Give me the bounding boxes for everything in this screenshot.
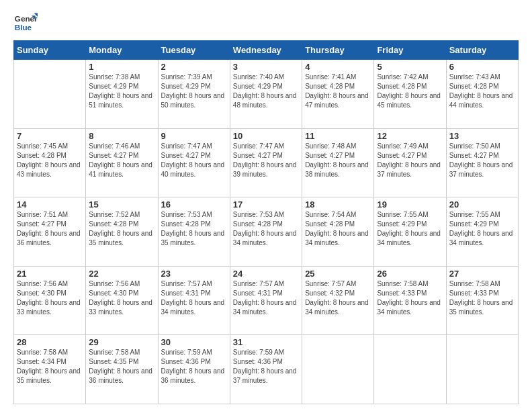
day-cell: 5Sunrise: 7:42 AMSunset: 4:28 PMDaylight…	[374, 60, 446, 129]
day-number: 11	[305, 131, 371, 141]
day-cell: 2Sunrise: 7:39 AMSunset: 4:29 PMDaylight…	[158, 60, 230, 129]
day-cell: 15Sunrise: 7:52 AMSunset: 4:28 PMDayligh…	[86, 197, 158, 267]
week-row: 21Sunrise: 7:56 AMSunset: 4:30 PMDayligh…	[14, 266, 519, 335]
day-cell: 23Sunrise: 7:57 AMSunset: 4:31 PMDayligh…	[158, 266, 230, 335]
week-row: 7Sunrise: 7:45 AMSunset: 4:28 PMDaylight…	[14, 128, 519, 197]
day-info: Sunrise: 7:51 AMSunset: 4:27 PMDaylight:…	[17, 210, 83, 248]
day-cell: 16Sunrise: 7:53 AMSunset: 4:28 PMDayligh…	[158, 197, 230, 267]
day-number: 13	[449, 131, 515, 141]
day-cell: 19Sunrise: 7:55 AMSunset: 4:29 PMDayligh…	[374, 197, 446, 267]
day-number: 31	[233, 337, 299, 347]
day-cell: 6Sunrise: 7:43 AMSunset: 4:28 PMDaylight…	[446, 60, 518, 129]
day-cell	[446, 335, 518, 404]
day-number: 24	[233, 269, 299, 279]
day-info: Sunrise: 7:57 AMSunset: 4:31 PMDaylight:…	[161, 279, 227, 317]
day-number: 6	[449, 62, 515, 72]
svg-text:General: General	[15, 14, 38, 23]
day-number: 18	[305, 199, 371, 210]
day-cell: 11Sunrise: 7:48 AMSunset: 4:27 PMDayligh…	[302, 128, 374, 197]
day-cell: 14Sunrise: 7:51 AMSunset: 4:27 PMDayligh…	[14, 197, 86, 267]
week-row: 28Sunrise: 7:58 AMSunset: 4:34 PMDayligh…	[14, 335, 519, 404]
day-cell: 30Sunrise: 7:59 AMSunset: 4:36 PMDayligh…	[158, 335, 230, 404]
day-info: Sunrise: 7:53 AMSunset: 4:28 PMDaylight:…	[233, 210, 299, 248]
weekday-header-row: SundayMondayTuesdayWednesdayThursdayFrid…	[14, 41, 519, 60]
day-number: 10	[233, 131, 299, 141]
day-info: Sunrise: 7:55 AMSunset: 4:29 PMDaylight:…	[449, 210, 515, 248]
day-number: 5	[377, 62, 443, 72]
weekday-header: Tuesday	[158, 41, 230, 60]
day-cell: 7Sunrise: 7:45 AMSunset: 4:28 PMDaylight…	[14, 128, 86, 197]
day-cell: 31Sunrise: 7:59 AMSunset: 4:36 PMDayligh…	[230, 335, 302, 404]
day-number: 3	[233, 62, 299, 72]
weekday-header: Saturday	[446, 41, 518, 60]
weekday-header: Friday	[374, 41, 446, 60]
day-cell: 21Sunrise: 7:56 AMSunset: 4:30 PMDayligh…	[14, 266, 86, 335]
day-number: 27	[449, 269, 515, 279]
day-number: 20	[449, 199, 515, 210]
day-number: 30	[161, 337, 227, 347]
weekday-header: Monday	[86, 41, 158, 60]
weekday-header: Sunday	[14, 41, 86, 60]
day-cell: 12Sunrise: 7:49 AMSunset: 4:27 PMDayligh…	[374, 128, 446, 197]
day-number: 4	[305, 62, 371, 72]
day-cell: 1Sunrise: 7:38 AMSunset: 4:29 PMDaylight…	[86, 60, 158, 129]
day-cell: 27Sunrise: 7:58 AMSunset: 4:33 PMDayligh…	[446, 266, 518, 335]
day-cell	[302, 335, 374, 404]
week-row: 1Sunrise: 7:38 AMSunset: 4:29 PMDaylight…	[14, 60, 519, 129]
day-cell: 17Sunrise: 7:53 AMSunset: 4:28 PMDayligh…	[230, 197, 302, 267]
day-number: 29	[89, 337, 154, 347]
day-info: Sunrise: 7:40 AMSunset: 4:29 PMDaylight:…	[233, 73, 299, 110]
day-cell: 3Sunrise: 7:40 AMSunset: 4:29 PMDaylight…	[230, 60, 302, 129]
day-info: Sunrise: 7:43 AMSunset: 4:28 PMDaylight:…	[449, 73, 515, 110]
day-info: Sunrise: 7:57 AMSunset: 4:32 PMDaylight:…	[305, 279, 371, 317]
day-number: 1	[89, 62, 154, 72]
day-cell: 24Sunrise: 7:57 AMSunset: 4:31 PMDayligh…	[230, 266, 302, 335]
day-info: Sunrise: 7:39 AMSunset: 4:29 PMDaylight:…	[161, 73, 227, 110]
day-info: Sunrise: 7:53 AMSunset: 4:28 PMDaylight:…	[161, 210, 227, 248]
day-cell: 13Sunrise: 7:50 AMSunset: 4:27 PMDayligh…	[446, 128, 518, 197]
day-info: Sunrise: 7:58 AMSunset: 4:35 PMDaylight:…	[89, 348, 154, 385]
day-info: Sunrise: 7:58 AMSunset: 4:34 PMDaylight:…	[17, 348, 83, 385]
day-info: Sunrise: 7:54 AMSunset: 4:28 PMDaylight:…	[305, 210, 371, 248]
day-number: 25	[305, 269, 371, 279]
day-cell: 28Sunrise: 7:58 AMSunset: 4:34 PMDayligh…	[14, 335, 86, 404]
day-cell: 8Sunrise: 7:46 AMSunset: 4:27 PMDaylight…	[86, 128, 158, 197]
svg-text:Blue: Blue	[15, 23, 32, 32]
day-info: Sunrise: 7:56 AMSunset: 4:30 PMDaylight:…	[89, 279, 154, 317]
week-row: 14Sunrise: 7:51 AMSunset: 4:27 PMDayligh…	[14, 197, 519, 267]
day-cell: 20Sunrise: 7:55 AMSunset: 4:29 PMDayligh…	[446, 197, 518, 267]
day-info: Sunrise: 7:52 AMSunset: 4:28 PMDaylight:…	[89, 210, 154, 248]
day-info: Sunrise: 7:56 AMSunset: 4:30 PMDaylight:…	[17, 279, 83, 317]
day-info: Sunrise: 7:59 AMSunset: 4:36 PMDaylight:…	[233, 348, 299, 385]
day-number: 21	[17, 269, 83, 279]
day-info: Sunrise: 7:48 AMSunset: 4:27 PMDaylight:…	[305, 142, 371, 179]
day-cell	[374, 335, 446, 404]
day-cell: 22Sunrise: 7:56 AMSunset: 4:30 PMDayligh…	[86, 266, 158, 335]
day-number: 19	[377, 199, 443, 210]
day-info: Sunrise: 7:55 AMSunset: 4:29 PMDaylight:…	[377, 210, 443, 248]
day-info: Sunrise: 7:50 AMSunset: 4:27 PMDaylight:…	[449, 142, 515, 179]
day-cell: 18Sunrise: 7:54 AMSunset: 4:28 PMDayligh…	[302, 197, 374, 267]
day-info: Sunrise: 7:45 AMSunset: 4:28 PMDaylight:…	[17, 142, 83, 179]
day-number: 12	[377, 131, 443, 141]
day-info: Sunrise: 7:47 AMSunset: 4:27 PMDaylight:…	[161, 142, 227, 179]
weekday-header: Wednesday	[230, 41, 302, 60]
day-cell: 4Sunrise: 7:41 AMSunset: 4:28 PMDaylight…	[302, 60, 374, 129]
logo: General Blue	[13, 11, 40, 35]
day-cell: 25Sunrise: 7:57 AMSunset: 4:32 PMDayligh…	[302, 266, 374, 335]
logo-icon: General Blue	[13, 11, 38, 35]
day-cell	[14, 60, 86, 129]
day-number: 23	[161, 269, 227, 279]
day-cell: 9Sunrise: 7:47 AMSunset: 4:27 PMDaylight…	[158, 128, 230, 197]
day-number: 16	[161, 199, 227, 210]
day-cell: 29Sunrise: 7:58 AMSunset: 4:35 PMDayligh…	[86, 335, 158, 404]
day-info: Sunrise: 7:41 AMSunset: 4:28 PMDaylight:…	[305, 73, 371, 110]
calendar-table: SundayMondayTuesdayWednesdayThursdayFrid…	[13, 40, 519, 404]
day-number: 15	[89, 199, 154, 210]
day-info: Sunrise: 7:58 AMSunset: 4:33 PMDaylight:…	[449, 279, 515, 317]
day-info: Sunrise: 7:57 AMSunset: 4:31 PMDaylight:…	[233, 279, 299, 317]
day-info: Sunrise: 7:46 AMSunset: 4:27 PMDaylight:…	[89, 142, 154, 179]
day-number: 14	[17, 199, 83, 210]
day-cell: 10Sunrise: 7:47 AMSunset: 4:27 PMDayligh…	[230, 128, 302, 197]
day-number: 17	[233, 199, 299, 210]
